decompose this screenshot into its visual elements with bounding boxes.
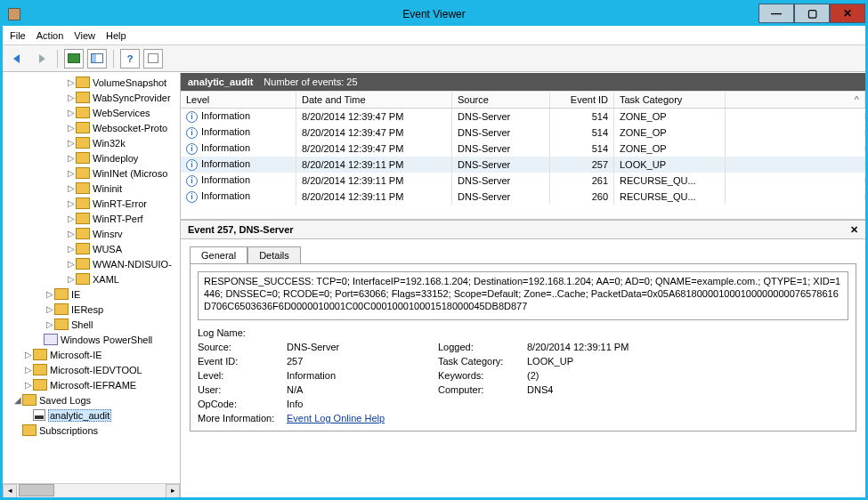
cell-date: 8/20/2014 12:39:47 PM <box>296 109 452 125</box>
expand-icon[interactable]: ▷ <box>67 77 76 87</box>
tree-node[interactable]: Subscriptions <box>3 423 180 438</box>
moreinfo-label: More Information: <box>198 413 287 423</box>
open-saved-log-button[interactable] <box>64 49 84 69</box>
cell-source: DNS-Server <box>452 189 550 205</box>
expand-icon[interactable]: ▷ <box>67 214 76 223</box>
event-row[interactable]: iInformation8/20/2014 12:39:47 PMDNS-Ser… <box>181 125 865 141</box>
menu-view[interactable]: View <box>74 30 95 41</box>
event-row[interactable]: iInformation8/20/2014 12:39:11 PMDNS-Ser… <box>181 157 865 173</box>
cell-eventid: 514 <box>550 109 614 125</box>
menu-help[interactable]: Help <box>106 30 126 41</box>
info-icon: i <box>186 111 198 123</box>
navigation-tree[interactable]: ▷VolumeSnapshot▷WabSyncProvider▷WebServi… <box>3 73 181 497</box>
back-button[interactable] <box>8 49 28 69</box>
expand-icon[interactable]: ▷ <box>67 244 76 254</box>
event-message[interactable]: RESPONSE_SUCCESS: TCP=0; InterfaceIP=192… <box>198 271 848 320</box>
col-eventid[interactable]: Event ID <box>550 91 614 108</box>
tree-label: WebServices <box>93 108 150 118</box>
tree-node[interactable]: ▷WinRT-Perf <box>3 211 180 226</box>
expand-icon[interactable]: ▷ <box>24 365 33 375</box>
online-help-link[interactable]: Event Log Online Help <box>287 413 385 423</box>
expand-icon[interactable]: ▷ <box>67 168 76 178</box>
logged-label: Logged: <box>438 342 527 352</box>
expand-icon[interactable]: ▷ <box>67 198 76 208</box>
tree-node[interactable]: ▷Wininit <box>3 181 180 196</box>
tree-node[interactable]: ▷Winsrv <box>3 226 180 241</box>
tree-node[interactable]: Windows PowerShell <box>3 332 180 347</box>
tree-node[interactable]: ▷IEResp <box>3 302 180 317</box>
expand-icon[interactable]: ▷ <box>45 304 54 314</box>
tree-node[interactable]: ▷WabSyncProvider <box>3 90 180 105</box>
tab-general[interactable]: General <box>190 246 247 263</box>
tree-node[interactable]: ▷IE <box>3 286 180 302</box>
expand-icon[interactable]: ▷ <box>67 274 76 284</box>
close-button[interactable]: ✕ <box>830 4 865 23</box>
tree-node[interactable]: analytic_audit <box>3 407 180 423</box>
event-row[interactable]: iInformation8/20/2014 12:39:11 PMDNS-Ser… <box>181 173 865 189</box>
tree-node[interactable]: ▷WinINet (Microso <box>3 165 180 181</box>
expand-icon[interactable]: ▷ <box>67 229 76 238</box>
col-taskcat[interactable]: Task Category <box>614 91 726 108</box>
cell-date: 8/20/2014 12:39:11 PM <box>296 189 452 205</box>
expand-icon[interactable]: ▷ <box>45 319 54 329</box>
event-row[interactable]: iInformation8/20/2014 12:39:47 PMDNS-Ser… <box>181 109 865 125</box>
tree-node[interactable]: ▷WWAN-NDISUIO- <box>3 256 180 271</box>
tree-node[interactable]: ▷Shell <box>3 317 180 332</box>
expand-icon[interactable]: ▷ <box>67 183 76 193</box>
tree-horizontal-scrollbar[interactable]: ◂ ▸ <box>3 483 180 497</box>
tree-label: IE <box>71 289 80 300</box>
expand-icon[interactable]: ▷ <box>67 123 76 133</box>
cell-source: DNS-Server <box>452 141 550 157</box>
tree-node[interactable]: ▷Microsoft-IEFRAME <box>3 377 180 392</box>
refresh-button[interactable] <box>143 49 163 69</box>
level-value: Information <box>287 370 438 381</box>
expand-icon[interactable]: ▷ <box>67 138 76 148</box>
folder-icon <box>54 319 69 330</box>
tree-node[interactable]: ▷Websocket-Proto <box>3 120 180 135</box>
opcode-label: OpCode: <box>198 399 287 409</box>
tree-node[interactable]: ▷XAML <box>3 271 180 286</box>
scroll-thumb[interactable] <box>19 484 54 496</box>
expand-icon[interactable]: ▷ <box>67 259 76 269</box>
expand-icon[interactable]: ▷ <box>24 350 33 359</box>
col-datetime[interactable]: Date and Time <box>296 91 452 108</box>
col-spacer[interactable]: ^ <box>726 91 865 108</box>
expand-icon[interactable]: ▷ <box>67 153 76 163</box>
help-button[interactable]: ? <box>120 49 140 69</box>
info-icon: i <box>186 191 198 203</box>
tree-node[interactable]: ▷Microsoft-IEDVTOOL <box>3 362 180 377</box>
show-tree-button[interactable] <box>87 49 107 69</box>
tree-node[interactable]: ▷WebServices <box>3 105 180 120</box>
tree-node[interactable]: ◢Saved Logs <box>3 392 180 407</box>
tree-node[interactable]: ▷VolumeSnapshot <box>3 75 180 90</box>
minimize-button[interactable]: — <box>758 4 794 23</box>
forward-button[interactable] <box>31 49 51 69</box>
cell-date: 8/20/2014 12:39:11 PM <box>296 173 452 189</box>
scroll-left-button[interactable]: ◂ <box>3 484 17 497</box>
tree-node[interactable]: ▷Win32k <box>3 135 180 150</box>
event-row[interactable]: iInformation8/20/2014 12:39:11 PMDNS-Ser… <box>181 189 865 205</box>
menu-file[interactable]: File <box>10 30 26 41</box>
col-source[interactable]: Source <box>452 91 550 108</box>
event-rows[interactable]: iInformation8/20/2014 12:39:47 PMDNS-Ser… <box>181 109 865 219</box>
column-headers[interactable]: Level Date and Time Source Event ID Task… <box>181 91 865 109</box>
cell-source: DNS-Server <box>452 173 550 189</box>
close-detail-button[interactable]: ✕ <box>850 224 858 236</box>
scroll-right-button[interactable]: ▸ <box>166 484 180 497</box>
tree-label: Wininit <box>93 183 122 194</box>
tree-node[interactable]: ▷Windeploy <box>3 150 180 165</box>
maximize-button[interactable]: ▢ <box>794 4 830 23</box>
expand-icon[interactable]: ▷ <box>24 380 33 390</box>
panel-icon <box>91 53 103 63</box>
expand-icon[interactable]: ▷ <box>67 93 76 102</box>
tree-node[interactable]: ▷WUSA <box>3 241 180 256</box>
expand-icon[interactable]: ◢ <box>13 395 22 405</box>
event-row[interactable]: iInformation8/20/2014 12:39:47 PMDNS-Ser… <box>181 141 865 157</box>
expand-icon[interactable]: ▷ <box>45 289 54 299</box>
tree-node[interactable]: ▷WinRT-Error <box>3 196 180 211</box>
tree-node[interactable]: ▷Microsoft-IE <box>3 347 180 362</box>
menu-action[interactable]: Action <box>37 30 64 41</box>
col-level[interactable]: Level <box>181 91 296 108</box>
tab-details[interactable]: Details <box>247 246 301 263</box>
expand-icon[interactable]: ▷ <box>67 108 76 117</box>
